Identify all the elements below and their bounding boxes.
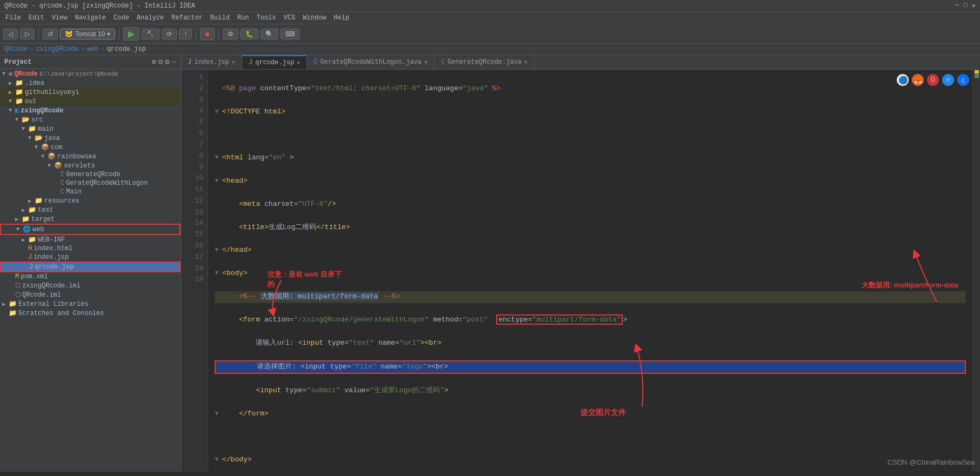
breadcrumb-item-web[interactable]: web <box>87 45 99 53</box>
menu-item-refactor[interactable]: Refactor <box>168 13 206 23</box>
sidebar-item-web[interactable]: ▼ 🌐 web <box>0 224 181 235</box>
breadcrumb-item-file[interactable]: qrcode.jsp <box>107 45 146 53</box>
gear-icon[interactable]: ⚙ <box>165 57 169 66</box>
code-line-17: ▼</body> <box>215 454 966 466</box>
tab-icon: J <box>249 59 252 66</box>
update-btn[interactable]: ↑ <box>179 29 192 39</box>
sidebar-item-resources[interactable]: ▶ 📁 resources <box>0 196 181 205</box>
project-root[interactable]: ▼ ◉ QRcode E:\Java\project\QRcode <box>0 69 181 78</box>
titlebar: QRcode - qrcode.jsp [zxingQRcode] - Inte… <box>0 0 980 12</box>
tomcat-icon: 🐱 <box>65 30 73 38</box>
tab-indexjsp[interactable]: J index.jsp ✕ <box>181 55 242 69</box>
tab-label: index.jsp <box>194 58 229 66</box>
sidebar-item-github[interactable]: ▶ 📁 githubliuyueyi <box>0 88 181 97</box>
menu-item-build[interactable]: Build <box>207 13 233 23</box>
search-btn[interactable]: 🔍 <box>261 29 278 39</box>
sidebar-item-qriml[interactable]: ⬡ QRcode.iml <box>0 290 181 299</box>
separator4 <box>218 29 219 39</box>
sidebar-item-webinf[interactable]: ▶ 📁 WEB-INF <box>0 235 181 244</box>
collapse-icon[interactable]: ⊟ <box>158 57 163 66</box>
close-btn[interactable]: ✕ <box>972 2 976 10</box>
tab-close-indexjsp[interactable]: ✕ <box>232 59 235 65</box>
menu-item-file[interactable]: File <box>2 13 24 23</box>
back-btn[interactable]: ◁ <box>3 29 18 39</box>
gutter-mark-green2 <box>975 76 979 78</box>
tab-close-gerate[interactable]: ✕ <box>424 59 428 65</box>
tomcat-selector[interactable]: 🐱 Tomcat 10 ▾ <box>60 29 115 39</box>
menu-item-tools[interactable]: Tools <box>254 13 279 23</box>
sidebar-item-rainbowsea[interactable]: ▼ 📦 rainbowsea <box>0 152 181 161</box>
sidebar-item-idea[interactable]: ▶ 📁 .idea <box>0 78 181 88</box>
sidebar-item-extlibs[interactable]: ▶ 📁 External Libraries <box>0 299 181 309</box>
code-line-1: <%@ page contentType="text/html; charset… <box>215 83 966 95</box>
code-editor[interactable]: 1 2 3 4 5 6 7 8 9 10 11 12 13 14 15 16 1… <box>181 70 980 472</box>
menu-item-window[interactable]: Window <box>299 13 329 23</box>
tab-generateqrcode[interactable]: C GenerateQRcode.java ✕ <box>435 55 535 69</box>
opera-icon[interactable]: O <box>927 74 939 86</box>
project-sidebar: Project ⊕ ⊟ ⚙ — ▼ ◉ QRcode E:\Java\proje… <box>0 55 181 472</box>
ie-icon[interactable]: e <box>942 74 954 86</box>
forward-btn[interactable]: ▷ <box>20 29 35 39</box>
breadcrumb-item-qrcode[interactable]: QRcode <box>4 45 28 53</box>
separator1 <box>38 29 39 39</box>
minimize-btn[interactable]: — <box>955 2 959 10</box>
tab-icon: C <box>441 58 445 66</box>
tab-close-generate[interactable]: ✕ <box>524 59 528 65</box>
right-gutter <box>972 70 980 472</box>
breadcrumb-item-zxing[interactable]: zxingQRcode <box>36 45 78 53</box>
tab-close-qrcodejsp[interactable]: ✕ <box>297 59 300 66</box>
tab-icon: J <box>188 58 191 66</box>
sidebar-item-indexhtml[interactable]: H index.html <box>0 244 181 253</box>
add-icon[interactable]: ⊕ <box>151 57 156 66</box>
sidebar-item-servlets[interactable]: ▼ 📦 servlets <box>0 161 181 170</box>
menu-item-view[interactable]: View <box>49 13 71 23</box>
minimize-panel-icon[interactable]: — <box>172 57 176 66</box>
tab-qrcodejsp[interactable]: J qrcode.jsp ✕ <box>242 55 307 69</box>
code-content[interactable]: <%@ page contentType="text/html; charset… <box>208 70 972 472</box>
chrome-icon[interactable]: 🔵 <box>897 74 909 86</box>
sidebar-item-java[interactable]: ▼ 📂 java <box>0 133 181 143</box>
sidebar-item-out[interactable]: ▼ 📁 out <box>0 97 181 106</box>
project-tree: ▼ ◉ QRcode E:\Java\project\QRcode ▶ 📁 .i… <box>0 69 181 318</box>
breadcrumb: QRcode › zxingQRcode › web › qrcode.jsp <box>0 44 980 55</box>
menu-item-analyze[interactable]: Analyze <box>134 13 167 23</box>
tab-gerateqrcodewithlogon[interactable]: C GerateQRcodeWithLogon.java ✕ <box>307 55 434 69</box>
editor-tabs: J index.jsp ✕ J qrcode.jsp ✕ C GerateQRc… <box>181 55 980 70</box>
menu-item-edit[interactable]: Edit <box>25 13 48 23</box>
stop-btn[interactable]: ■ <box>200 28 214 40</box>
sidebar-item-scratches[interactable]: 📁 Scratches and Consoles <box>0 309 181 318</box>
sidebar-item-iml[interactable]: ⬡ zxingQRcode.iml <box>0 281 181 290</box>
sidebar-item-zxing[interactable]: ▼ ◧ zxingQRcode <box>0 106 181 115</box>
sidebar-item-src[interactable]: ▼ 📂 src <box>0 115 181 124</box>
sidebar-item-com[interactable]: ▼ 📦 com <box>0 143 181 152</box>
sidebar-item-indexjsp[interactable]: J index.jsp <box>0 253 181 262</box>
run-btn[interactable]: ▶ <box>123 27 139 41</box>
sidebar-item-main[interactable]: ▼ 📁 main <box>0 124 181 133</box>
separator3 <box>196 29 196 39</box>
reload2-btn[interactable]: ⟳ <box>162 29 177 39</box>
gutter-mark-yellow <box>975 70 979 73</box>
line-numbers: 1 2 3 4 5 6 7 8 9 10 11 12 13 14 15 16 1… <box>181 70 208 472</box>
build-btn[interactable]: 🔨 <box>142 29 159 39</box>
menu-item-help[interactable]: Help <box>330 13 352 23</box>
sidebar-item-pomxml[interactable]: M pom.xml <box>0 272 181 281</box>
sidebar-item-qrcodejsp[interactable]: J qrcode.jsp <box>0 262 181 272</box>
reload-btn[interactable]: ↺ <box>43 29 58 39</box>
sidebar-item-target[interactable]: ▶ 📁 target <box>0 214 181 224</box>
translate-btn[interactable]: ⌨ <box>281 29 299 39</box>
sidebar-item-test[interactable]: ▶ 📁 test <box>0 205 181 214</box>
edge-icon[interactable]: ɛ <box>957 74 969 86</box>
firefox-icon[interactable]: 🦊 <box>912 74 924 86</box>
code-line-8: ▼</head> <box>215 245 966 257</box>
menu-item-navigate[interactable]: Navigate <box>71 13 109 23</box>
menu-item-run[interactable]: Run <box>234 13 252 23</box>
sidebar-item-gerateqrcodewithlogon[interactable]: C GerateQRcodeWithLogon <box>0 179 181 187</box>
debug-btn[interactable]: 🐛 <box>241 29 258 39</box>
sidebar-item-generateqrcode[interactable]: C GenerateQRcode <box>0 170 181 179</box>
menu-item-code[interactable]: Code <box>110 13 132 23</box>
sidebar-item-main-class[interactable]: C Main <box>0 187 181 196</box>
menu-item-vcs[interactable]: VCS <box>281 13 299 23</box>
maximize-btn[interactable]: □ <box>964 2 968 10</box>
code-line-10: <%-- 大数据用: multipart/form-data --%> <box>215 291 966 303</box>
settings-btn[interactable]: ⚙ <box>223 29 238 39</box>
